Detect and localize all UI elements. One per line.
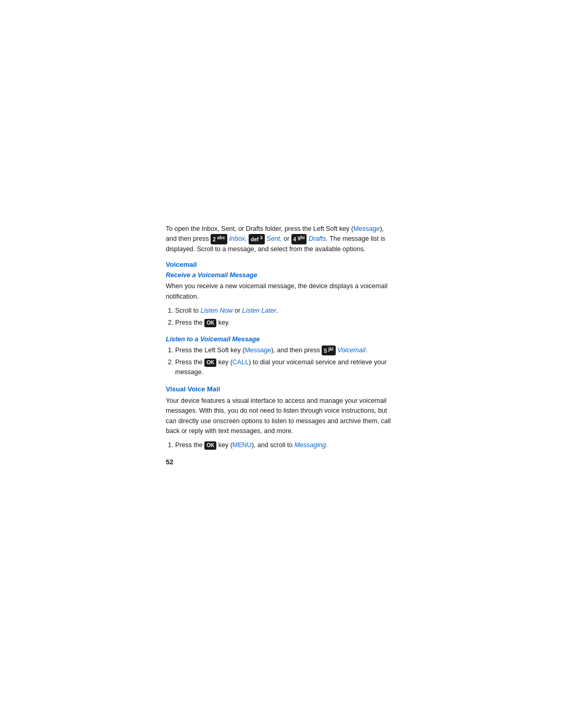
key-def3: def 3: [249, 234, 265, 244]
key-5jkl: 5 jkl: [322, 346, 335, 355]
listen-voicemail-subsection: Listen to a Voicemail Message Press the …: [166, 336, 395, 378]
visual-step-1: Press the OK key (MENU), and scroll to M…: [175, 440, 395, 450]
visual-voicemail-section: Visual Voice Mail Your device features a…: [166, 385, 395, 451]
call-link: CALL: [232, 359, 249, 366]
drafts-label: Drafts.: [309, 235, 328, 242]
listen-voicemail-heading: Listen to a Voicemail Message: [166, 336, 395, 343]
inbox-label: Inbox,: [229, 235, 247, 242]
key-ok-listen: OK: [204, 359, 216, 367]
key-4ghi: 4 ghi: [291, 234, 307, 244]
messaging-link: Messaging: [295, 441, 326, 449]
key-2abc: 2 abc: [211, 234, 227, 244]
menu-link: MENU: [232, 441, 252, 449]
voicemail-italic: Voicemail: [337, 347, 365, 354]
listen-later-link: Listen Later: [242, 307, 276, 314]
receive-voicemail-heading: Receive a Voicemail Message: [166, 272, 395, 279]
visual-voicemail-heading: Visual Voice Mail: [166, 385, 395, 393]
receive-voicemail-subsection: Receive a Voicemail Message When you rec…: [166, 272, 395, 328]
intro-paragraph: To open the Inbox, Sent, or Drafts folde…: [166, 224, 395, 254]
receive-voicemail-steps: Scroll to Listen Now or Listen Later. Pr…: [175, 306, 395, 328]
voicemail-heading: Voicemail: [166, 261, 395, 268]
receive-step-1: Scroll to Listen Now or Listen Later.: [175, 306, 395, 316]
key-ok-receive: OK: [204, 319, 216, 327]
key-ok-visual: OK: [204, 441, 216, 450]
voicemail-section: Voicemail Receive a Voicemail Message Wh…: [166, 261, 395, 378]
page-container: To open the Inbox, Sent, or Drafts folde…: [0, 0, 563, 728]
content-area: To open the Inbox, Sent, or Drafts folde…: [166, 224, 395, 466]
receive-step-2: Press the OK key.: [175, 318, 395, 328]
listen-step-2: Press the OK key (CALL) to dial your voi…: [175, 357, 395, 378]
sent-label: Sent,: [266, 235, 282, 242]
listen-now-link: Listen Now: [201, 307, 233, 314]
receive-voicemail-body: When you receive a new voicemail message…: [166, 281, 395, 302]
page-number: 52: [166, 458, 395, 466]
visual-voicemail-body: Your device features a visual interface …: [166, 396, 395, 437]
listen-step-1: Press the Left Soft key (Message), and t…: [175, 346, 395, 355]
message-link: Message: [353, 225, 380, 232]
listen-voicemail-steps: Press the Left Soft key (Message), and t…: [175, 346, 395, 378]
message-link-2: Message: [244, 347, 271, 354]
visual-voicemail-steps: Press the OK key (MENU), and scroll to M…: [175, 440, 395, 450]
